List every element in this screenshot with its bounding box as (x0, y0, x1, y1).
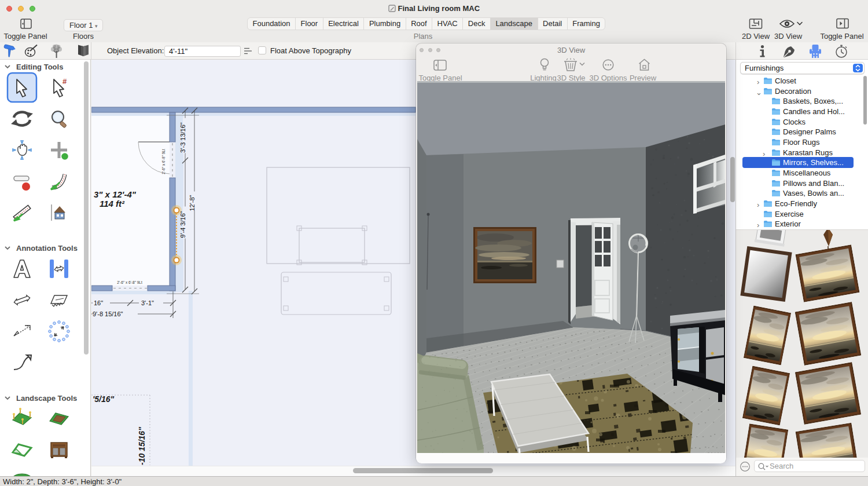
svg-text:Editing Tools: Editing Tools (16, 63, 63, 71)
svg-text:2'-6" x 6'-8" 9Lt: 2'-6" x 6'-8" 9Lt (117, 280, 142, 284)
svg-text:3'-1": 3'-1" (141, 299, 154, 306)
svg-text:#: # (62, 77, 67, 86)
svg-text:114 ft²: 114 ft² (100, 199, 125, 209)
svg-text:9'-4 3/16": 9'-4 3/16" (179, 211, 186, 237)
svg-text:Annotation Tools: Annotation Tools (16, 244, 78, 253)
svg-text:Landscape Tools: Landscape Tools (16, 394, 77, 403)
svg-text:3'-3 13/16": 3'-3 13/16" (179, 122, 186, 153)
svg-text:9'-8 15/16": 9'-8 15/16" (93, 310, 123, 317)
svg-text:-10 15/16": -10 15/16" (137, 427, 146, 465)
svg-text:12'-8": 12'-8" (189, 195, 196, 211)
svg-text:3" x 12'-4": 3" x 12'-4" (94, 189, 137, 199)
svg-text:2'-6" x 6'-8" 9Lt: 2'-6" x 6'-8" 9Lt (161, 149, 165, 174)
svg-text:'5/16": '5/16" (93, 394, 115, 404)
svg-text:16": 16" (94, 299, 103, 306)
